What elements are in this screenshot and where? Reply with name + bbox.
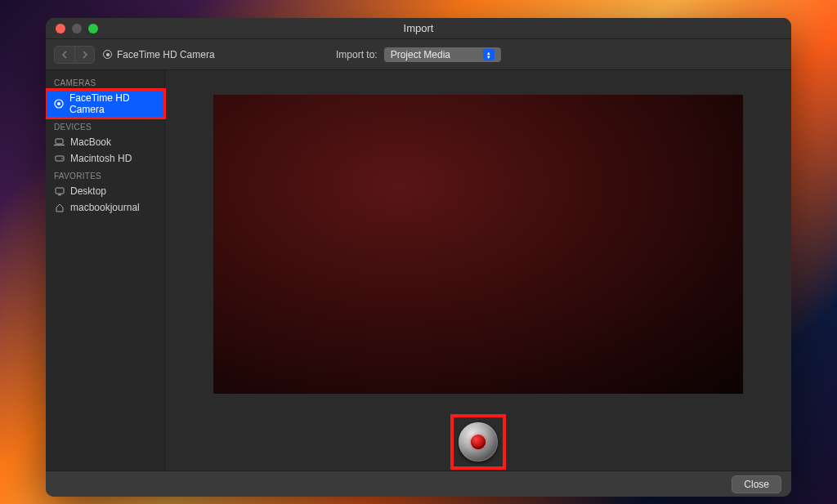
window-controls <box>46 24 98 33</box>
import-to-value: Project Media <box>391 49 450 60</box>
titlebar[interactable]: Import <box>46 18 791 39</box>
home-icon <box>54 203 65 213</box>
chevron-right-icon <box>82 51 88 59</box>
record-button[interactable] <box>459 422 498 462</box>
svg-point-5 <box>61 158 63 159</box>
sidebar-item-home[interactable]: macbookjournal <box>46 199 164 216</box>
sidebar-item-macintosh-hd[interactable]: Macintosh HD <box>46 150 164 167</box>
forward-button[interactable] <box>74 47 94 63</box>
preview-area <box>165 70 791 413</box>
minimize-window-icon[interactable] <box>72 24 82 33</box>
sidebar-item-label: macbookjournal <box>70 202 140 213</box>
sidebar-item-label: FaceTime HD Camera <box>69 92 156 115</box>
main-area <box>165 70 791 471</box>
import-to-group: Import to: Project Media <box>336 47 501 62</box>
section-header-devices: DEVICES <box>46 118 164 134</box>
sidebar-item-macbook[interactable]: MacBook <box>46 134 164 150</box>
camera-icon <box>103 50 112 59</box>
hdd-icon <box>54 154 65 164</box>
svg-rect-2 <box>56 139 63 144</box>
section-header-cameras: CAMERAS <box>46 74 164 90</box>
sidebar-item-label: Desktop <box>70 185 106 197</box>
section-header-favorites: FAVORITES <box>46 167 164 183</box>
close-window-icon[interactable] <box>56 24 65 33</box>
import-to-popup[interactable]: Project Media <box>384 47 501 62</box>
back-button[interactable] <box>55 47 74 63</box>
desktop-icon <box>54 186 65 197</box>
close-button-label: Close <box>744 479 769 490</box>
laptop-icon <box>54 137 65 148</box>
window-title: Import <box>46 22 791 34</box>
import-window: Import FaceTime HD Camera Import to: Pro… <box>46 18 791 497</box>
current-source-label: FaceTime HD Camera <box>117 49 215 60</box>
close-button[interactable]: Close <box>732 475 781 493</box>
svg-rect-7 <box>58 194 61 195</box>
body: CAMERAS FaceTime HD Camera DEVICES MacBo… <box>46 70 791 471</box>
import-to-label: Import to: <box>336 49 378 60</box>
svg-rect-3 <box>54 145 65 145</box>
svg-rect-6 <box>56 188 64 194</box>
sidebar-item-desktop[interactable]: Desktop <box>46 183 164 199</box>
nav-buttons <box>54 46 95 64</box>
popup-arrows-icon <box>483 49 495 60</box>
controls-bar <box>165 413 791 471</box>
fullscreen-window-icon[interactable] <box>88 24 98 33</box>
toolbar: FaceTime HD Camera Import to: Project Me… <box>46 39 791 70</box>
desktop-background: Import FaceTime HD Camera Import to: Pro… <box>0 0 837 504</box>
sidebar-item-label: Macintosh HD <box>70 153 132 164</box>
camera-icon <box>54 99 64 109</box>
chevron-left-icon <box>61 51 68 59</box>
current-source: FaceTime HD Camera <box>103 49 215 60</box>
record-icon <box>471 435 486 449</box>
sidebar-item-facetime-camera[interactable]: FaceTime HD Camera <box>46 90 164 118</box>
footer: Close <box>46 471 791 497</box>
sidebar-item-label: MacBook <box>70 136 111 148</box>
record-button-highlight <box>450 414 506 470</box>
svg-point-1 <box>57 102 60 105</box>
sidebar: CAMERAS FaceTime HD Camera DEVICES MacBo… <box>46 70 165 471</box>
camera-preview <box>213 95 743 394</box>
